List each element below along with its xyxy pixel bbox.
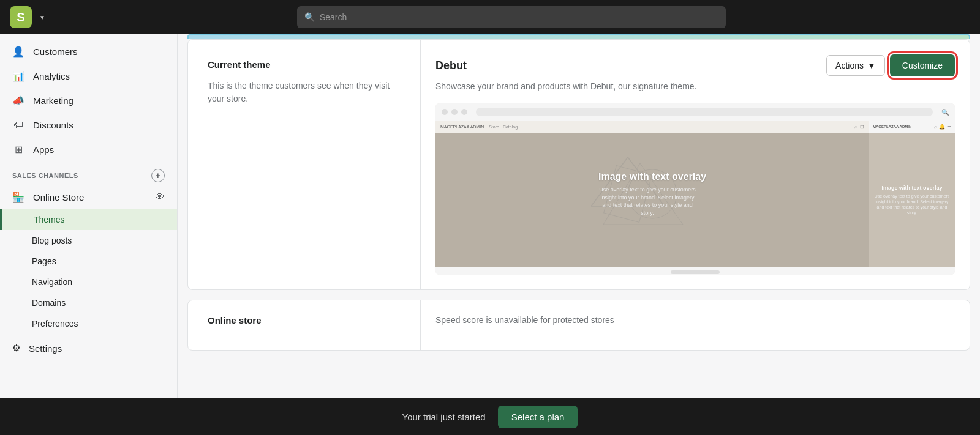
online-store-icon: 🏪 [12,191,24,203]
customize-label: Customize [902,61,943,70]
preview-browser-bar: 🔍 [435,103,955,121]
store-selector[interactable]: ▼ [39,14,45,21]
analytics-icon: 📊 [12,70,24,82]
browser-search-icon: 🔍 [941,109,949,116]
discounts-label: Discounts [33,120,74,130]
sidebar-item-apps[interactable]: ⊞ Apps [0,137,177,162]
analytics-label: Analytics [33,71,70,81]
sidebar-item-blog-posts[interactable]: Blog posts [0,230,177,251]
preferences-label: Preferences [32,319,78,329]
customers-icon: 👤 [12,45,24,58]
settings-icon: ⚙ [12,343,20,354]
preview-sidebar-title: Image with text overlay [874,185,950,191]
marketing-icon: 📣 [12,94,24,106]
preview-main: MAGEPLAZAA ADMIN Store Catalog ⌕ ⊡ [435,121,869,267]
sidebar-item-online-store[interactable]: 🏪 Online Store 👁 [0,185,177,209]
sales-channels-label: SALES CHANNELS [12,172,78,179]
theme-name: Debut [435,59,467,72]
sidebar-item-preferences[interactable]: Preferences [0,313,177,334]
domains-label: Domains [32,298,66,308]
sidebar-item-settings[interactable]: ⚙ Settings [0,336,177,360]
preview-sidebar-overlay: Image with text overlay Use overlay text… [869,180,955,220]
search-icon: 🔍 [304,12,315,22]
preview-overlay-desc: Use overlay text to give your customers … [598,186,696,217]
preview-search-icon: ⌕ [854,124,858,130]
preview-sidebar-img: Image with text overlay Use overlay text… [869,133,955,267]
preview-sidebar-desc: Use overlay text to give your customers … [874,193,950,215]
customize-button[interactable]: Customize [890,54,955,76]
actions-label: Actions [835,61,864,70]
sidebar-item-analytics[interactable]: 📊 Analytics [0,64,177,88]
preview-sidebar-logo: MAGEPLAZAA ADMIN [873,125,911,128]
speed-score-text: Speed score is unavailable for protected… [435,315,955,325]
sidebar-item-marketing[interactable]: 📣 Marketing [0,88,177,113]
sidebar-item-pages[interactable]: Pages [0,251,177,272]
themes-label: Themes [34,215,65,225]
current-theme-card: Current theme This is the theme customer… [187,39,970,290]
online-store-label: Online Store [33,192,84,203]
customers-label: Customers [33,46,78,57]
actions-button[interactable]: Actions ▼ [826,55,885,76]
top-bar: S ▼ 🔍 [0,0,980,34]
current-theme-title: Current theme [208,59,401,70]
theme-card-left: Current theme This is the theme customer… [188,40,421,289]
add-channel-button[interactable]: + [151,169,165,182]
select-plan-button[interactable]: Select a plan [498,406,578,428]
discounts-icon: 🏷 [12,119,24,131]
theme-desc: Showcase your brand and products with De… [435,81,955,91]
content-area: Current theme This is the theme customer… [178,39,980,370]
sidebar-item-themes[interactable]: Themes [0,209,177,230]
settings-label: Settings [29,343,62,354]
trial-text: Your trial just started [402,412,486,422]
theme-card-right: Debut Actions ▼ Customize Showcase your … [421,40,970,289]
sales-channels-header: SALES CHANNELS + [0,162,177,185]
sidebar-item-domains[interactable]: Domains [0,292,177,313]
preview-sidebar-panel: MAGEPLAZAA ADMIN ⌕ 🔔 ☰ Image [869,121,955,267]
preview-overlay: Image with text overlay Use overlay text… [598,171,706,217]
eye-icon[interactable]: 👁 [155,191,165,203]
search-input[interactable] [320,12,718,22]
main-content: Current theme This is the theme customer… [178,34,980,435]
preview-nav-2: Catalog [503,125,518,129]
sidebar-item-discounts[interactable]: 🏷 Discounts [0,113,177,137]
preview-sidebar-icons: ⌕ 🔔 ☰ [934,124,951,130]
search-bar: 🔍 [297,6,726,28]
browser-dot-1 [442,109,448,115]
preview-overlay-title: Image with text overlay [598,171,706,182]
preview-nav: Store Catalog [489,125,518,129]
marketing-label: Marketing [33,95,74,106]
sidebar-item-customers[interactable]: 👤 Customers [0,39,177,64]
preview-logo-text: MAGEPLAZAA ADMIN [440,125,484,129]
sidebar-item-navigation[interactable]: Navigation [0,272,177,292]
preview-sidebar-menu-icon: ☰ [947,124,951,130]
chevron-down-icon: ▼ [39,14,45,21]
current-theme-desc: This is the theme customers see when the… [208,80,401,105]
theme-name-row: Debut Actions ▼ Customize [435,54,955,76]
apps-label: Apps [33,144,54,155]
sidebar: 👤 Customers 📊 Analytics 📣 Marketing 🏷 Di… [0,34,178,435]
preview-cart-icon: ⊡ [860,124,864,130]
apps-icon: ⊞ [12,143,24,155]
blog-posts-label: Blog posts [32,236,72,245]
theme-actions: Actions ▼ Customize [826,54,955,76]
second-theme-card: Online store Speed score is unavailable … [187,300,970,351]
footer-banner: Your trial just started Select a plan [0,398,980,435]
browser-dot-2 [451,109,458,115]
theme-preview: 🔍 MAGEPLAZAA ADMIN Store Catalog [435,103,955,275]
second-card-title: Online store [208,315,401,325]
navigation-label: Navigation [32,277,72,287]
select-plan-label: Select a plan [511,412,565,422]
preview-sidebar-search-icon: ⌕ [934,124,937,130]
preview-bottom-bar [671,270,720,274]
actions-chevron-icon: ▼ [867,61,876,70]
browser-url-bar [476,108,933,116]
preview-sidebar-bell-icon: 🔔 [939,124,945,130]
preview-search-icons: ⌕ ⊡ [854,124,864,130]
browser-dot-3 [461,109,467,115]
preview-bottom [435,267,955,275]
highlight-bar [187,34,970,39]
shopify-logo: S [10,6,32,28]
preview-main-header: MAGEPLAZAA ADMIN Store Catalog ⌕ ⊡ [435,121,869,133]
pages-label: Pages [32,256,56,266]
second-card-right: Speed score is unavailable for protected… [421,300,970,350]
